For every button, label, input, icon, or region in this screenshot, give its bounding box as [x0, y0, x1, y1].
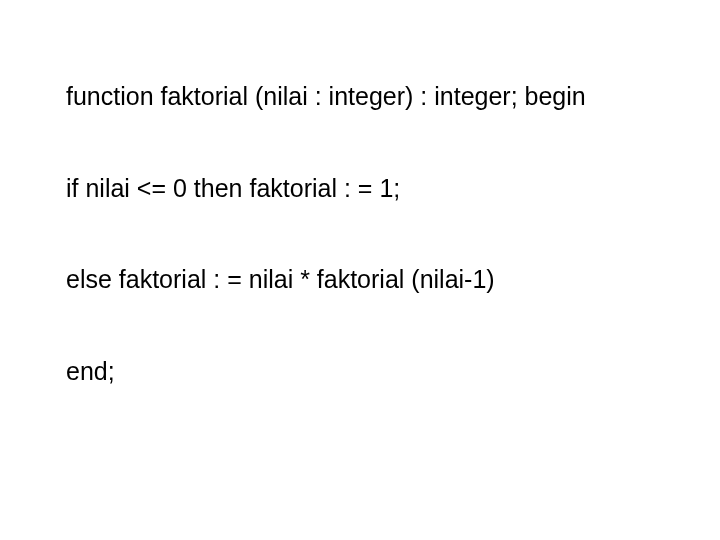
code-line: function faktorial (nilai : integer) : i…	[66, 81, 720, 112]
code-block-function: function faktorial (nilai : integer) : i…	[66, 20, 720, 447]
spacer	[66, 447, 720, 477]
code-line: else faktorial : = nilai * faktorial (ni…	[66, 264, 720, 295]
code-line: if nilai <= 0 then faktorial : = 1;	[66, 173, 720, 204]
code-line: end;	[66, 356, 720, 387]
code-block-main: Var N : integer; Begin Write(‘Berapa fak…	[66, 477, 720, 540]
slide: function faktorial (nilai : integer) : i…	[0, 0, 720, 540]
